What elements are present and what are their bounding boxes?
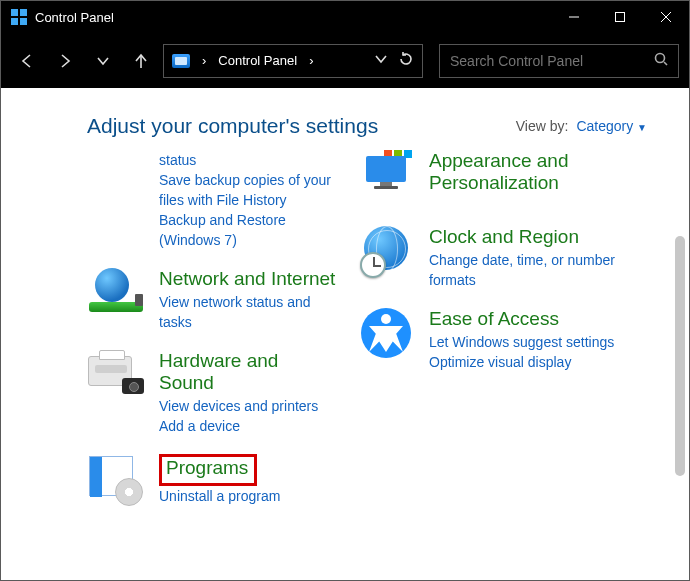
category-title[interactable]: Hardware and Sound (159, 350, 337, 394)
category-clock-region: Clock and Region Change date, time, or n… (357, 226, 637, 290)
minimize-button[interactable] (551, 1, 597, 33)
category-title[interactable]: Clock and Region (429, 226, 637, 248)
appearance-icon (357, 150, 415, 208)
ease-of-access-icon (357, 308, 415, 366)
sublink[interactable]: View network status and tasks (159, 292, 337, 332)
control-panel-icon (11, 9, 27, 25)
category-network-internet: Network and Internet View network status… (87, 268, 337, 332)
titlebar: Control Panel (1, 1, 689, 33)
breadcrumb-separator[interactable]: › (305, 53, 317, 68)
breadcrumb-separator: › (198, 53, 210, 68)
category-title[interactable]: Programs (166, 457, 248, 479)
sublink[interactable]: Let Windows suggest settings (429, 332, 614, 352)
category-title[interactable]: Ease of Access (429, 308, 614, 330)
category-hardware-sound: Hardware and Sound View devices and prin… (87, 350, 337, 436)
maximize-button[interactable] (597, 1, 643, 33)
svg-line-6 (664, 62, 667, 65)
sublink[interactable]: Change date, time, or number formats (429, 250, 637, 290)
breadcrumb-dropdown[interactable] (374, 52, 388, 70)
category-title[interactable]: Network and Internet (159, 268, 337, 290)
sublink[interactable]: Optimize visual display (429, 352, 614, 372)
viewby-label: View by: (516, 118, 569, 134)
search-box[interactable] (439, 44, 679, 78)
sublink[interactable]: Add a device (159, 416, 337, 436)
sublink[interactable]: Uninstall a program (159, 486, 280, 506)
chevron-down-icon: ▼ (637, 122, 647, 133)
control-panel-icon (172, 54, 190, 68)
category-ease-of-access: Ease of Access Let Windows suggest setti… (357, 308, 637, 372)
page-title: Adjust your computer's settings (87, 114, 378, 138)
address-bar[interactable]: › Control Panel › (163, 44, 423, 78)
svg-point-5 (656, 53, 665, 62)
sublink[interactable]: Save backup copies of your files with Fi… (159, 170, 337, 210)
back-button[interactable] (11, 42, 43, 80)
window-title: Control Panel (35, 10, 114, 25)
sublink[interactable]: Backup and Restore (Windows 7) (159, 210, 337, 250)
search-input[interactable] (450, 53, 646, 69)
search-icon[interactable] (654, 52, 668, 70)
close-button[interactable] (643, 1, 689, 33)
breadcrumb-root[interactable]: Control Panel (218, 53, 297, 68)
forward-button[interactable] (49, 42, 81, 80)
network-internet-icon (87, 268, 145, 326)
hardware-sound-icon (87, 350, 145, 408)
refresh-button[interactable] (398, 51, 414, 71)
scrollbar-thumb[interactable] (675, 236, 685, 476)
category-programs: Programs Uninstall a program (87, 454, 337, 512)
category-title[interactable]: Appearance and Personalization (429, 150, 637, 194)
highlight-box: Programs (159, 454, 257, 486)
clock-region-icon (357, 226, 415, 284)
svg-rect-1 (616, 13, 625, 22)
category-fragment: status Save backup copies of your files … (87, 150, 337, 250)
sublink[interactable]: status (159, 150, 337, 170)
category-appearance-personalization: Appearance and Personalization (357, 150, 637, 208)
history-dropdown-button[interactable] (87, 42, 119, 80)
navigation-bar: › Control Panel › (1, 33, 689, 88)
programs-icon (87, 454, 145, 512)
sublink[interactable]: View devices and printers (159, 396, 337, 416)
up-button[interactable] (125, 42, 157, 80)
viewby-selector[interactable]: Category ▼ (576, 118, 647, 134)
